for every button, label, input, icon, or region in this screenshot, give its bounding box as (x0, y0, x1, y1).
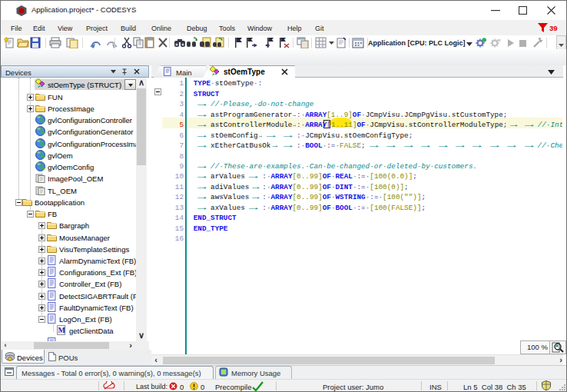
svg-text:M: M (58, 326, 66, 334)
